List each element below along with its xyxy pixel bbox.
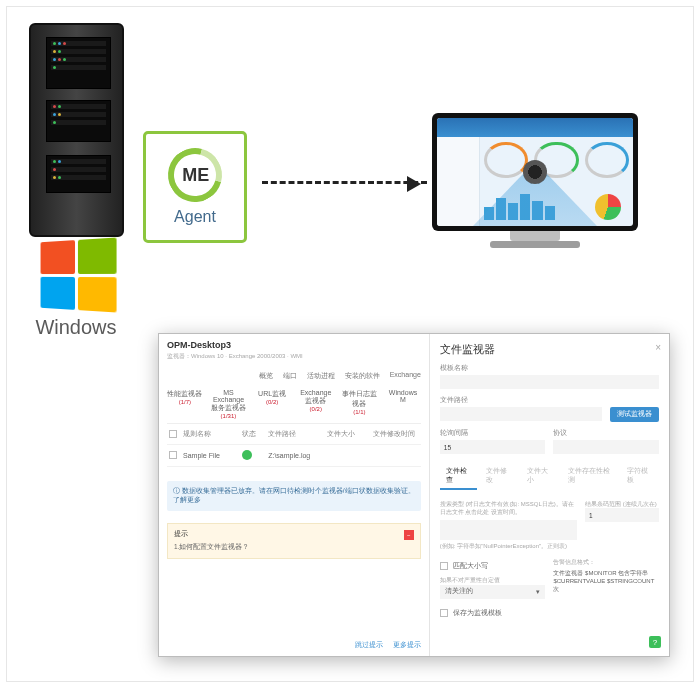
chevron-down-icon: ▾ (536, 588, 540, 596)
rtab-modify[interactable]: 文件修改 (480, 464, 518, 490)
connection-arrow (262, 181, 427, 184)
check-type-tabs: 文件检查 文件修改 文件大小 文件存在性检测 字符模板 (440, 464, 659, 490)
server-rack-illustration (29, 23, 124, 237)
table-header: 规则名称 状态 文件路径 文件大小 文件修改时间 (167, 424, 421, 445)
case-checkbox[interactable] (440, 562, 448, 570)
severity-select[interactable]: 清关注的▾ (440, 585, 546, 599)
nav-item[interactable]: 概览 (259, 371, 273, 381)
interval-input[interactable] (440, 440, 546, 454)
help-icon[interactable]: ? (649, 636, 661, 648)
tab-eventlog[interactable]: 事件日志监视器(1/1) (342, 389, 378, 419)
rule-name: Sample File (183, 452, 238, 459)
projected-app-window: OPM-Desktop3 监视器：Windows 10 · Exchange 2… (158, 333, 670, 657)
table-row[interactable]: Sample File Z:\sample.log (167, 445, 421, 467)
close-icon[interactable]: × (655, 342, 661, 353)
row-checkbox[interactable] (169, 451, 177, 459)
rtab-exist[interactable]: 文件存在性检测 (562, 464, 619, 490)
tab-windows[interactable]: Windows M (385, 389, 421, 419)
rtab-size[interactable]: 文件大小 (521, 464, 559, 490)
page-title: OPM-Desktop3 (167, 340, 421, 350)
search-type-label: 搜索类型 (对日志文件有效(如: MSSQL日志)。请在日志文件 点击此处 设置… (440, 500, 577, 517)
monitor-tabs: 性能监视器(1/7) MS Exchange服务监视器(1/31) URL监视(… (167, 389, 421, 424)
me-logo-icon: ME (158, 138, 232, 212)
skip-link[interactable]: 跳过提示 (355, 640, 383, 650)
alert-format-text: 文件监视器 $MONITOR 包含字符串 $CURRENTVALUE $STRI… (553, 569, 659, 594)
search-string-input[interactable] (440, 520, 577, 540)
tab-performance[interactable]: 性能监视器(1/7) (167, 389, 203, 419)
protocol-input[interactable] (553, 440, 659, 454)
top-nav: 概览 端口 活动进程 安装的软件 Exchange (167, 371, 421, 381)
nav-item[interactable]: Exchange (390, 371, 421, 381)
select-all-checkbox[interactable] (169, 430, 177, 438)
nav-item[interactable]: 端口 (283, 371, 297, 381)
windows-label: Windows (28, 316, 124, 339)
file-path-input[interactable] (440, 407, 602, 421)
tab-exchange-service[interactable]: MS Exchange服务监视器(1/31) (211, 389, 247, 419)
nav-item[interactable]: 安装的软件 (345, 371, 380, 381)
more-link[interactable]: 更多提示 (393, 640, 421, 650)
template-name-input[interactable] (440, 375, 659, 389)
count-input[interactable] (585, 508, 659, 522)
sidepanel-title: 文件监视器 (440, 342, 659, 357)
info-banner: ⓘ 数据收集管理器已放弃。请在网口待检测时个监视器/端口状数据收集验证。了解更多 (167, 481, 421, 511)
agent-label: Agent (174, 208, 216, 226)
tab-exchange[interactable]: Exchange监视器(0/2) (298, 389, 334, 419)
tip-close-icon[interactable]: − (404, 530, 414, 540)
test-monitor-button[interactable]: 测试监视器 (610, 407, 659, 422)
status-ok-icon (242, 450, 252, 460)
save-template-checkbox[interactable] (440, 609, 448, 617)
nav-item[interactable]: 活动进程 (307, 371, 335, 381)
tab-url[interactable]: URL监视(0/2) (254, 389, 290, 419)
monitor-illustration (432, 113, 638, 253)
rtab-char[interactable]: 字符模板 (621, 464, 659, 490)
rtab-content[interactable]: 文件检查 (440, 464, 478, 490)
camera-lens-icon (523, 160, 547, 184)
file-path: Z:\sample.log (268, 452, 323, 459)
page-subtitle: 监视器：Windows 10 · Exchange 2000/2003 · WM… (167, 352, 421, 361)
windows-logo: Windows (28, 240, 124, 328)
tip-box: − 提示 1.如何配置文件监视器？ (167, 523, 421, 559)
me-agent-box: ME Agent (143, 131, 247, 243)
